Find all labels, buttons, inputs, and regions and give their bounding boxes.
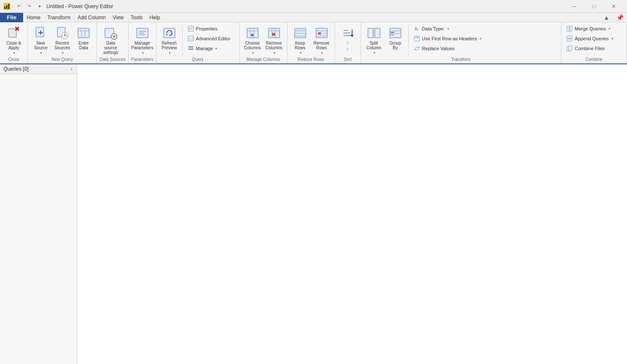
combine-files-button[interactable]: Combine Files (564, 44, 624, 53)
ribbon-group-query-content: RefreshPreview ▾ Properties (159, 24, 237, 56)
sort-asc-label: ↑ (347, 41, 349, 45)
manage-parameters-button[interactable]: ManageParameters ▾ (131, 24, 154, 56)
ribbon-pin-button[interactable]: 📌 (613, 14, 627, 21)
data-source-settings-button[interactable]: Data sourcesettings (99, 24, 122, 56)
manage-icon (187, 45, 194, 52)
manage-parameters-icon (136, 26, 149, 40)
enter-data-button[interactable]: EnterData (73, 24, 94, 51)
data-type-button[interactable]: A 1 Data Type: ▾ (411, 24, 483, 33)
refresh-preview-arrow: ▾ (169, 51, 171, 55)
svg-rect-78 (567, 26, 569, 31)
remove-rows-button[interactable]: RemoveRows ▾ (311, 24, 332, 56)
data-type-label: Data Type: (422, 26, 445, 31)
close-group-label: Close (3, 56, 25, 63)
data-type-arrow: ▾ (447, 27, 449, 31)
maximize-button[interactable]: □ (584, 0, 604, 13)
remove-rows-arrow: ▾ (321, 51, 323, 55)
split-column-button[interactable]: SplitColumn ▾ (364, 24, 384, 56)
menu-transform[interactable]: Transform (44, 13, 74, 22)
new-source-button[interactable]: NewSource ▾ (30, 24, 51, 56)
svg-rect-72 (391, 34, 394, 36)
menu-add-column[interactable]: Add Column (74, 13, 109, 22)
sort-icon (341, 26, 355, 40)
menu-file[interactable]: File (0, 13, 23, 22)
replace-values-button[interactable]: Replace Values (411, 44, 483, 53)
remove-columns-arrow: ▾ (274, 51, 275, 55)
use-first-row-button[interactable]: Use First Row as Headers ▾ (411, 34, 483, 43)
svg-text:</>: </> (189, 37, 194, 41)
close-apply-icon (7, 26, 21, 40)
advanced-editor-button[interactable]: </> Advanced Editor (185, 34, 237, 43)
sort-desc-label: ↓ (347, 46, 349, 51)
keep-rows-icon (293, 26, 307, 40)
svg-rect-85 (569, 46, 572, 50)
properties-button[interactable]: Properties (185, 24, 237, 33)
close-apply-button[interactable]: Close &Apply ▾ (3, 24, 25, 56)
ribbon-group-transform-content: SplitColumn ▾ GroupBy (364, 24, 483, 56)
queries-panel: Queries [0] ‹ (0, 64, 77, 364)
ribbon-group-combine-content: Merge Queries ▾ Append Queries ▾ (564, 24, 624, 56)
queries-panel-collapse-button[interactable]: ‹ (70, 66, 73, 72)
quick-access-toolbar: ↶ ↷ ▾ (15, 2, 44, 11)
redo-button[interactable]: ↷ (25, 2, 33, 11)
transform-stack: A 1 Data Type: ▾ Use (411, 24, 483, 53)
queries-panel-title: Queries [0] (3, 66, 29, 72)
svg-rect-76 (414, 36, 419, 38)
split-column-label: SplitColumn (366, 41, 381, 50)
ribbon-group-parameters-content: ManageParameters ▾ (131, 24, 154, 56)
remove-columns-button[interactable]: RemoveColumns ▾ (264, 24, 284, 56)
replace-values-icon (413, 45, 420, 52)
ribbon-group-sort: ↑ ↓ Sort (335, 22, 361, 63)
ribbon-group-transform: SplitColumn ▾ GroupBy (361, 22, 561, 63)
menu-view[interactable]: View (109, 13, 127, 22)
undo-button[interactable]: ↶ (15, 2, 23, 11)
svg-rect-2 (6, 5, 8, 9)
split-column-arrow: ▾ (374, 51, 375, 55)
advanced-editor-icon: </> (187, 35, 194, 42)
group-by-label: GroupBy (389, 41, 401, 50)
append-queries-button[interactable]: Append Queries ▾ (564, 34, 624, 43)
qa-dropdown-button[interactable]: ▾ (35, 2, 44, 11)
merge-queries-icon (566, 25, 573, 32)
app-icon (3, 3, 10, 10)
group-by-button[interactable]: GroupBy (385, 24, 406, 51)
combine-files-label: Combine Files (575, 46, 605, 51)
close-apply-dropdown-arrow: ▾ (13, 51, 15, 55)
new-source-arrow: ▾ (40, 51, 42, 55)
manage-button[interactable]: Manage ▾ (185, 44, 237, 53)
remove-columns-label: RemoveColumns (265, 41, 282, 50)
menu-tools[interactable]: Tools (127, 13, 146, 22)
svg-rect-54 (316, 28, 327, 38)
remove-columns-icon (267, 26, 281, 40)
sort-button[interactable]: ↑ ↓ (338, 24, 358, 52)
replace-values-label: Replace Values (422, 46, 455, 51)
recent-sources-button[interactable]: RecentSources ▾ (52, 24, 72, 56)
choose-columns-label: ChooseColumns (244, 41, 261, 50)
manage-columns-group-label: Manage Columns (242, 56, 284, 63)
keep-rows-button[interactable]: KeepRows ▾ (290, 24, 310, 56)
choose-columns-button[interactable]: ChooseColumns ▾ (242, 24, 263, 56)
refresh-preview-button[interactable]: RefreshPreview ▾ (159, 24, 180, 56)
svg-rect-36 (247, 28, 258, 38)
svg-rect-65 (368, 28, 373, 38)
keep-rows-label: KeepRows (295, 41, 305, 50)
svg-rect-35 (188, 48, 193, 50)
svg-rect-29 (188, 26, 193, 31)
keep-rows-arrow: ▾ (300, 51, 301, 55)
close-apply-label: Close &Apply (6, 41, 21, 50)
ribbon-collapse-button[interactable]: ▲ (600, 14, 613, 21)
refresh-preview-label: RefreshPreview (162, 41, 177, 50)
ribbon-group-data-sources: Data sourcesettings Data Sources (97, 22, 129, 63)
minimize-button[interactable]: ─ (564, 0, 584, 13)
new-source-icon (34, 26, 48, 40)
enter-data-label: EnterData (78, 41, 89, 50)
ribbon-group-new-query: NewSource ▾ RecentSources ▾ (28, 22, 97, 63)
recent-sources-label: RecentSources (54, 41, 70, 50)
append-queries-arrow: ▾ (612, 37, 613, 41)
menu-home[interactable]: Home (23, 13, 44, 22)
ribbon-group-manage-columns-content: ChooseColumns ▾ RemoveColumns ▾ (242, 24, 284, 56)
menu-help[interactable]: Help (146, 13, 164, 22)
merge-queries-button[interactable]: Merge Queries ▾ (564, 24, 624, 33)
ribbon-group-manage-columns: ChooseColumns ▾ RemoveColumns ▾ (240, 22, 287, 63)
close-button[interactable]: ✕ (604, 0, 624, 13)
